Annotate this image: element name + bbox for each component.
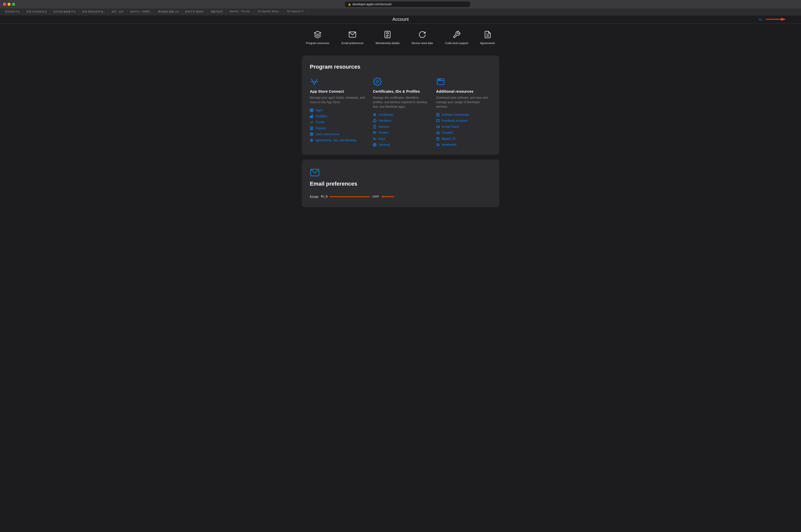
- link-mapkit-js[interactable]: MapKit JS: [436, 137, 491, 140]
- svg-rect-13: [310, 111, 311, 112]
- tab-7[interactable]: 腾讯微视-视频上传: [155, 8, 182, 15]
- certificates-col: Certificates, IDs & Profiles Manage the …: [373, 77, 428, 147]
- svg-point-50: [438, 79, 439, 80]
- url-text: developer.apple.com/account: [352, 2, 392, 6]
- link-keys[interactable]: Keys: [373, 137, 428, 140]
- tab-11[interactable]: An OpenGL library...: [255, 8, 284, 15]
- tab-9[interactable]: 视频号助手: [208, 8, 226, 15]
- tab-10[interactable]: OpenGL - The Ind...: [226, 8, 255, 15]
- email-red-arrow-annotation: [382, 194, 397, 199]
- link-cloudkit-label: CloudKit: [442, 131, 453, 134]
- wrench-screwdriver-icon: [452, 30, 462, 40]
- link-cloudkit[interactable]: CloudKit: [436, 131, 491, 134]
- additional-resources-desc: Download beta software, and view and man…: [436, 95, 491, 109]
- url-bar[interactable]: 🔒 developer.apple.com/account: [345, 1, 470, 7]
- link-identifiers[interactable]: Identifiers: [373, 119, 428, 122]
- nav-code-level-support[interactable]: Code-level support: [445, 30, 468, 44]
- tab-2[interactable]: 抖音-记录美好生活: [23, 8, 50, 15]
- link-certs[interactable]: Certificates: [373, 113, 428, 116]
- svg-rect-15: [310, 116, 311, 118]
- tab-8[interactable]: 爱奇艺号-爱创作,: [182, 8, 207, 15]
- arrow-clockwise-icon: [417, 30, 427, 40]
- link-reports[interactable]: Reports: [310, 127, 365, 130]
- link-profiles[interactable]: Profiles: [373, 131, 428, 134]
- svg-point-24: [310, 139, 313, 141]
- svg-point-56: [438, 138, 438, 138]
- additional-resources-col: Additional resources Download beta softw…: [436, 77, 491, 147]
- doc-icon: [310, 127, 313, 130]
- cloud-rain-icon: [436, 143, 440, 147]
- nav-right-link[interactable]: hi...: [759, 18, 764, 21]
- app-store-icon: [310, 77, 319, 86]
- email-label: Email:: [310, 195, 319, 198]
- nav-agreements[interactable]: Agreements: [480, 30, 495, 44]
- top-nav: Account hi...: [0, 15, 801, 23]
- maximize-dot[interactable]: [12, 3, 15, 6]
- nav-device-reset-date-label: Device reset date: [412, 42, 433, 44]
- link-apps-label: Apps: [315, 109, 322, 112]
- svg-rect-14: [312, 111, 313, 112]
- link-analytics[interactable]: Analytics: [310, 114, 365, 118]
- svg-rect-16: [311, 115, 312, 118]
- nav-membership-details[interactable]: Membership details: [376, 30, 400, 44]
- email-field-row: Email: lin_b .com: [310, 194, 491, 199]
- email-preferences-card: Email preferences Email: lin_b .com: [302, 159, 499, 207]
- tab-3[interactable]: 快手创作者服务平台: [50, 8, 79, 15]
- nav-device-reset-date[interactable]: Device reset date: [412, 30, 433, 44]
- page-title: Account: [392, 17, 408, 22]
- link-profiles-label: Profiles: [379, 131, 388, 134]
- link-trends[interactable]: Trends: [310, 120, 365, 124]
- link-devices[interactable]: Devices: [373, 125, 428, 129]
- person-circle-icon: [310, 133, 313, 136]
- link-feedback-assistant[interactable]: Feedback Assistant: [436, 119, 491, 122]
- doc-text-icon: [483, 30, 493, 40]
- link-weatherkit-label: WeatherKit: [442, 143, 456, 147]
- nav-email-preferences[interactable]: Email preferences: [341, 30, 364, 44]
- gear-settings-icon: [373, 77, 382, 86]
- tab-1[interactable]: 西瓜创作平台: [2, 8, 23, 15]
- link-software-downloads-label: Software Downloads: [442, 113, 469, 116]
- link-agreements-tax-label: Agreements, Tax, and Banking: [315, 138, 356, 142]
- envelope-icon: [347, 30, 358, 40]
- cloud-icon: [436, 125, 440, 129]
- nav-program-resources[interactable]: Program resources: [306, 30, 330, 44]
- tab-6[interactable]: 创作中心 - 哔哩哔...: [127, 8, 155, 15]
- svg-point-34: [374, 132, 375, 133]
- svg-point-23: [311, 133, 312, 134]
- red-arrow-annotation: [766, 16, 786, 22]
- link-identifiers-label: Identifiers: [379, 119, 392, 122]
- seal-icon: [373, 113, 377, 116]
- nav-code-level-support-label: Code-level support: [445, 42, 468, 44]
- link-services[interactable]: Services: [373, 143, 428, 147]
- browser-tabs: 西瓜创作平台 抖音-记录美好生活 快手创作者服务平台 登录-腾讯内容开放... …: [0, 8, 801, 15]
- tab-12[interactable]: The OpenGL P...: [284, 8, 308, 15]
- link-agreements-tax[interactable]: Agreements, Tax, and Banking: [310, 138, 365, 142]
- additional-resources-title: Additional resources: [436, 89, 491, 93]
- chat-bubble-icon: [436, 119, 440, 122]
- link-users-access[interactable]: Users and Access: [310, 133, 365, 136]
- section-nav: Program resources Email preferences Memb…: [0, 23, 801, 51]
- link-weatherkit[interactable]: WeatherKit: [436, 143, 491, 147]
- link-services-label: Services: [379, 143, 390, 147]
- minimize-dot[interactable]: [7, 3, 11, 6]
- link-xcode-cloud[interactable]: Xcode Cloud: [436, 125, 491, 129]
- link-software-downloads[interactable]: Software Downloads: [436, 113, 491, 116]
- link-xcode-cloud-label: Xcode Cloud: [442, 125, 459, 129]
- browser-dots: [3, 3, 15, 6]
- certificates-title: Certificates, IDs & Profiles: [373, 89, 428, 93]
- tab-4[interactable]: 登录-腾讯内容开放...: [79, 8, 109, 15]
- link-users-access-label: Users and Access: [315, 133, 339, 136]
- tab-5[interactable]: 首页 - 知乎: [109, 8, 127, 15]
- program-resources-card: Program resources App Store Connect Mana…: [302, 56, 499, 154]
- cloud-fill-icon: [436, 131, 440, 134]
- info-circle-icon: [373, 119, 377, 122]
- link-certs-label: Certificates: [379, 113, 394, 116]
- iphone-icon: [373, 125, 377, 129]
- nav-program-resources-label: Program resources: [306, 42, 330, 44]
- link-devices-label: Devices: [379, 125, 389, 129]
- close-dot[interactable]: [3, 3, 6, 6]
- link-mapkit-js-label: MapKit JS: [442, 137, 455, 140]
- svg-point-28: [374, 114, 376, 115]
- svg-rect-12: [312, 109, 313, 110]
- link-apps[interactable]: Apps: [310, 109, 365, 112]
